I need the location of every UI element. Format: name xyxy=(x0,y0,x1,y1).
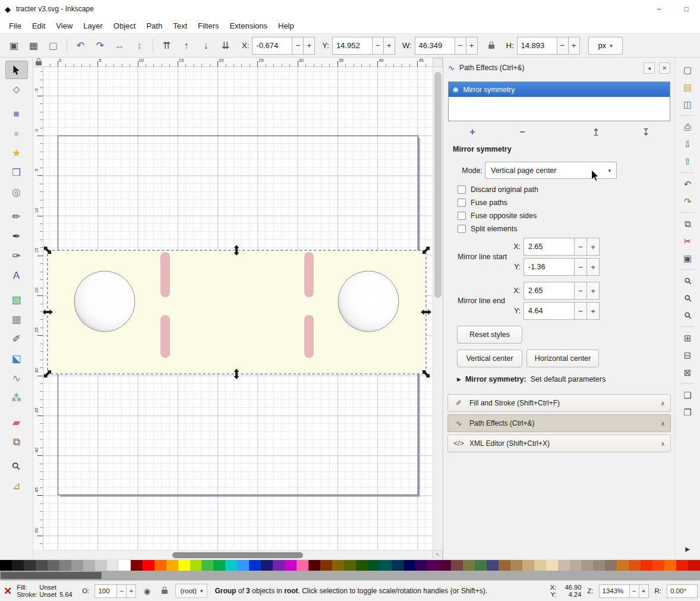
palette-swatch-51[interactable] xyxy=(605,560,617,571)
tool-dropper[interactable]: ✐ xyxy=(5,330,28,348)
selected-object[interactable] xyxy=(48,250,426,374)
palette-swatch-24[interactable] xyxy=(285,560,297,571)
palette-swatch-16[interactable] xyxy=(190,560,202,571)
palette-swatch-40[interactable] xyxy=(475,560,487,571)
flip-vertical-button[interactable]: ↕ xyxy=(130,37,149,55)
tool-spray[interactable]: ⁂ xyxy=(5,389,28,407)
mirror-start-y-input[interactable]: -1.36 xyxy=(524,258,575,276)
menu-path[interactable]: Path xyxy=(141,19,168,33)
eye-icon[interactable]: ◉ xyxy=(453,86,459,93)
mirror-start-x-input[interactable]: 2.65 xyxy=(524,238,575,256)
mirror-end-x-increment[interactable]: + xyxy=(587,282,600,300)
set-default-parameters-expander[interactable]: ▶ Mirror symmetry: Set default parameter… xyxy=(457,375,606,383)
tool-connector[interactable]: ⧉ xyxy=(5,433,28,451)
import-button[interactable]: ⇩ xyxy=(678,136,697,153)
dock-tab-xml-editor[interactable]: </>XML Editor (Shift+Ctrl+X)∧ xyxy=(447,435,671,452)
tool-bezier-pen[interactable]: ✒ xyxy=(5,227,28,246)
commands-expander-button[interactable]: ▶ xyxy=(678,542,697,555)
palette-swatch-56[interactable] xyxy=(664,560,676,571)
vertical-scrollbar[interactable] xyxy=(433,67,443,550)
group-button[interactable]: ❏ xyxy=(678,386,697,404)
horizontal-ruler[interactable]: 051015202530354045 xyxy=(43,58,433,67)
horizontal-center-button[interactable]: Horizontal center xyxy=(526,350,599,367)
zoom-input[interactable]: 1343% xyxy=(599,584,630,598)
dock-tab-path-effects[interactable]: ∿Path Effects (Ctrl+&)∧ xyxy=(447,414,671,432)
dock-tab-fill-stroke[interactable]: ✐Fill and Stroke (Shift+Ctrl+F)∧ xyxy=(447,394,671,412)
tool-zoom[interactable]: ⚲ xyxy=(5,457,28,476)
palette-swatch-25[interactable] xyxy=(297,560,308,571)
checkbox-box[interactable] xyxy=(458,212,466,220)
mirror-start-y-increment[interactable]: + xyxy=(587,258,600,276)
palette-swatch-49[interactable] xyxy=(581,560,593,571)
zoom-drawing-button[interactable]: ⚲ xyxy=(678,272,697,290)
x-decrement-button[interactable]: − xyxy=(292,37,304,55)
palette-swatch-9[interactable] xyxy=(107,560,119,571)
tool-rectangle[interactable]: ■ xyxy=(5,105,28,123)
palette-swatch-45[interactable] xyxy=(534,560,546,571)
rotate-cw-button[interactable]: ↷ xyxy=(91,37,109,55)
menu-extensions[interactable]: Extensions xyxy=(224,19,273,33)
lower-button[interactable]: ↓ xyxy=(197,37,215,55)
save-document-button[interactable]: ◫ xyxy=(678,96,697,113)
horizontal-scrollbar-thumb[interactable] xyxy=(172,552,303,558)
horizontal-scrollbar[interactable] xyxy=(43,550,433,559)
palette-swatch-11[interactable] xyxy=(131,560,143,571)
mirror-end-x-input[interactable]: 2.65 xyxy=(524,282,575,300)
add-effect-button[interactable]: + xyxy=(465,124,480,140)
checkbox-box[interactable] xyxy=(458,225,466,233)
x-input[interactable]: -0.674 xyxy=(252,37,292,55)
menu-filters[interactable]: Filters xyxy=(193,19,224,33)
checkbox-box[interactable] xyxy=(458,199,466,207)
layer-dropdown[interactable]: (root) ▾ xyxy=(175,584,207,598)
zoom-increment[interactable]: + xyxy=(639,584,649,598)
palette-swatch-43[interactable] xyxy=(510,560,522,571)
checkbox-fuse-paths[interactable]: Fuse paths xyxy=(458,196,538,209)
palette-swatch-38[interactable] xyxy=(451,560,463,571)
units-dropdown[interactable]: px ▾ xyxy=(588,37,623,55)
layer-visibility-button[interactable]: ◉ xyxy=(140,584,154,598)
lower-to-bottom-button[interactable]: ⇊ xyxy=(216,37,235,55)
y-decrement-button[interactable]: − xyxy=(373,37,384,55)
palette-swatch-29[interactable] xyxy=(344,560,356,571)
palette-swatch-30[interactable] xyxy=(356,560,368,571)
menu-help[interactable]: Help xyxy=(273,19,299,33)
palette-swatch-22[interactable] xyxy=(261,560,273,571)
tool-paint-bucket[interactable]: ⬕ xyxy=(5,350,28,368)
opacity-increment[interactable]: + xyxy=(127,584,136,598)
vertical-scrollbar-thumb[interactable] xyxy=(434,72,442,298)
palette-scrollbar-thumb[interactable] xyxy=(1,572,102,579)
deselect-button[interactable]: ▢ xyxy=(44,37,62,55)
palette-swatch-35[interactable] xyxy=(415,560,427,571)
export-button[interactable]: ⇧ xyxy=(678,153,697,170)
tool-measure[interactable]: ⊿ xyxy=(5,477,28,495)
tool-spiral[interactable]: ◎ xyxy=(5,183,28,202)
zoom-page-button[interactable]: ⚲ xyxy=(678,307,697,324)
copy-button[interactable]: ⧉ xyxy=(678,215,697,232)
tool-gradient[interactable]: ▧ xyxy=(5,291,28,309)
hole-left[interactable] xyxy=(74,271,135,332)
palette-swatch-1[interactable] xyxy=(12,560,24,571)
palette-swatch-15[interactable] xyxy=(178,560,190,571)
palette-swatch-6[interactable] xyxy=(71,560,83,571)
w-increment-button[interactable]: + xyxy=(466,37,478,55)
checkbox-fuse-opposite-sides[interactable]: Fuse opposite sides xyxy=(458,209,538,222)
menu-object[interactable]: Object xyxy=(108,19,141,33)
palette-swatch-58[interactable] xyxy=(688,560,700,571)
palette-swatch-19[interactable] xyxy=(225,560,237,571)
h-input[interactable]: 14.893 xyxy=(517,37,557,55)
palette-swatch-23[interactable] xyxy=(273,560,285,571)
dock-collapse-button[interactable]: ◂ xyxy=(644,62,655,74)
palette-swatch-21[interactable] xyxy=(249,560,261,571)
canvas-corner-button-top[interactable] xyxy=(433,58,443,67)
checkbox-box[interactable] xyxy=(458,185,466,194)
w-input[interactable]: 46.349 xyxy=(415,37,455,55)
palette-swatch-36[interactable] xyxy=(427,560,439,571)
palette-swatch-28[interactable] xyxy=(332,560,344,571)
palette-swatch-47[interactable] xyxy=(558,560,570,571)
menu-file[interactable]: File xyxy=(4,19,27,33)
checkbox-split-elements[interactable]: Split elements xyxy=(458,222,538,235)
palette-swatch-10[interactable] xyxy=(119,560,131,571)
palette-swatch-17[interactable] xyxy=(201,560,213,571)
tool-pencil[interactable]: ✏ xyxy=(5,207,28,226)
palette-swatch-20[interactable] xyxy=(237,560,249,571)
